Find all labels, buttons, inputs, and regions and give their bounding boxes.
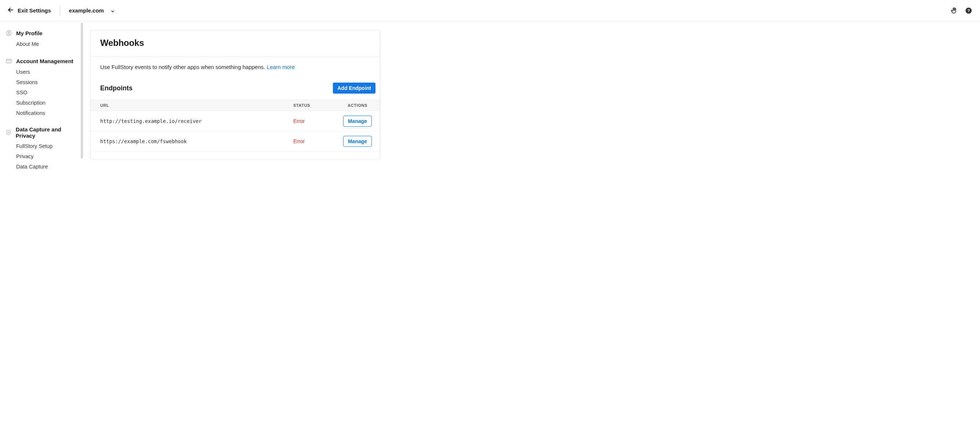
sidebar-item-users[interactable]: Users <box>5 67 78 77</box>
webhooks-card: Webhooks Use FullStory events to notify … <box>90 30 380 159</box>
help-icon[interactable]: ? <box>964 6 973 15</box>
endpoint-url: http://testing.example.io/receiver <box>91 111 288 131</box>
domain-label: example.com <box>69 7 104 14</box>
topbar-icons: ? <box>950 6 973 15</box>
layout: My Profile About Me Account Management U… <box>0 21 980 187</box>
sidebar-item-about-me[interactable]: About Me <box>5 39 78 49</box>
arrow-left-icon <box>7 6 14 14</box>
card-icon <box>5 57 13 65</box>
sidebar-header-profile-label: My Profile <box>16 30 43 37</box>
th-url: URL <box>91 100 288 111</box>
th-status: STATUS <box>288 100 336 111</box>
sidebar-group-profile: My Profile About Me <box>5 29 78 49</box>
sidebar: My Profile About Me Account Management U… <box>0 21 81 187</box>
sidebar-header-account-label: Account Management <box>16 58 73 64</box>
shield-icon <box>5 129 12 136</box>
domain-switcher[interactable]: example.com <box>69 7 115 14</box>
chevron-down-icon <box>110 8 115 13</box>
sidebar-header-account: Account Management <box>5 57 78 65</box>
sidebar-item-notifications[interactable]: Notifications <box>5 108 78 118</box>
exit-settings-button[interactable]: Exit Settings <box>7 6 51 14</box>
learn-more-link[interactable]: Learn more <box>267 64 295 70</box>
divider <box>60 5 60 16</box>
sidebar-header-data-label: Data Capture and Privacy <box>16 126 78 139</box>
user-icon <box>5 29 13 37</box>
exit-settings-label: Exit Settings <box>18 7 51 14</box>
svg-point-4 <box>8 32 10 33</box>
sidebar-item-privacy[interactable]: Privacy <box>5 151 78 162</box>
page-title: Webhooks <box>100 38 370 48</box>
endpoints-table: URL STATUS ACTIONS http://testing.exampl… <box>91 99 380 151</box>
svg-text:?: ? <box>967 8 970 13</box>
sidebar-header-profile: My Profile <box>5 29 78 37</box>
endpoints-title: Endpoints <box>100 84 132 92</box>
main: Webhooks Use FullStory events to notify … <box>81 21 980 187</box>
sidebar-header-data: Data Capture and Privacy <box>5 126 78 139</box>
add-endpoint-button[interactable]: Add Endpoint <box>333 83 375 94</box>
card-description: Use FullStory events to notify other app… <box>91 57 380 70</box>
topbar: Exit Settings example.com ? <box>0 0 980 21</box>
sidebar-item-data-capture[interactable]: Data Capture <box>5 162 78 172</box>
sidebar-item-subscription[interactable]: Subscription <box>5 98 78 108</box>
table-row: http://testing.example.io/receiver Error… <box>91 111 380 131</box>
description-text: Use FullStory events to notify other app… <box>100 64 267 70</box>
hand-icon[interactable] <box>950 6 958 15</box>
endpoint-url: https://example.com/fswebhook <box>91 131 288 151</box>
card-header: Webhooks <box>91 30 380 57</box>
sidebar-item-sso[interactable]: SSO <box>5 88 78 98</box>
sidebar-item-fullstory-setup[interactable]: FullStory Setup <box>5 141 78 151</box>
status-badge: Error <box>293 138 305 144</box>
svg-rect-5 <box>6 59 11 63</box>
endpoints-header: Endpoints Add Endpoint <box>91 70 380 99</box>
manage-button[interactable]: Manage <box>343 116 372 127</box>
sidebar-group-data: Data Capture and Privacy FullStory Setup… <box>5 126 78 172</box>
manage-button[interactable]: Manage <box>343 136 372 147</box>
status-badge: Error <box>293 118 305 124</box>
table-row: https://example.com/fswebhook Error Mana… <box>91 131 380 151</box>
scrollbar[interactable] <box>81 23 83 159</box>
th-actions: ACTIONS <box>336 100 380 111</box>
svg-point-7 <box>8 132 9 132</box>
sidebar-group-account: Account Management Users Sessions SSO Su… <box>5 57 78 118</box>
sidebar-item-sessions[interactable]: Sessions <box>5 77 78 88</box>
